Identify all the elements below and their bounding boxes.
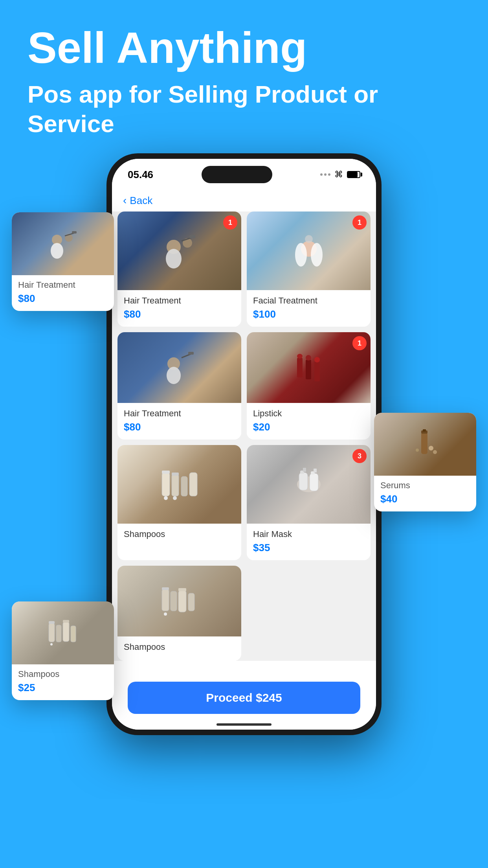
product-info-hairmask: Hair Mask $35 [247, 524, 371, 560]
phone-screen: 05.46 ⌘ ‹ Back [112, 159, 376, 730]
svg-rect-25 [189, 473, 197, 496]
svg-point-43 [51, 243, 63, 259]
battery-icon [347, 171, 360, 178]
badge-facial: 1 [352, 215, 367, 230]
badge-lipstick: 1 [352, 336, 367, 350]
floating-image-serums [374, 413, 476, 476]
product-card-shampoos-2[interactable]: Shampoos [117, 566, 241, 661]
product-name-lipstick: Lipstick [253, 408, 364, 419]
hero-section: Sell Anything Pos app for Selling Produc… [28, 24, 460, 138]
floating-card-name-shampoos: Shampoos [18, 669, 108, 679]
dot-3 [328, 173, 330, 176]
svg-rect-36 [162, 587, 169, 590]
svg-rect-15 [297, 354, 303, 359]
product-price-facial: $100 [253, 308, 364, 320]
product-price-lipstick: $20 [253, 421, 364, 433]
floating-card-serums[interactable]: Serums $40 [374, 413, 476, 511]
product-price-hairmask: $35 [253, 542, 364, 554]
floating-card-shampoos[interactable]: Shampoos $25 [12, 601, 114, 700]
signal-dots [320, 173, 330, 176]
floating-card-price-hair: $80 [18, 292, 108, 305]
svg-point-8 [311, 243, 323, 267]
status-time: 05.46 [128, 169, 153, 181]
svg-rect-24 [181, 476, 187, 496]
svg-rect-5 [189, 235, 195, 238]
product-image-lipstick: 1 [247, 332, 371, 403]
product-card-hair-treatment-2[interactable]: Hair Treatment $80 [117, 332, 241, 440]
svg-point-7 [295, 243, 307, 267]
product-info-hair-treatment-2: Hair Treatment $80 [117, 403, 241, 440]
dot-2 [324, 173, 327, 176]
svg-rect-32 [310, 473, 318, 491]
product-price-hair-treatment-1: $80 [124, 308, 235, 320]
wifi-icon: ⌘ [334, 169, 343, 180]
product-info-facial: Facial Treatment $100 [247, 290, 371, 327]
svg-rect-34 [314, 469, 317, 473]
product-name-hair-treatment-1: Hair Treatment [124, 296, 235, 306]
floating-card-info-serums: Serums $40 [374, 476, 476, 511]
svg-rect-31 [303, 468, 306, 472]
floating-card-name-hair: Hair Treatment [18, 280, 108, 290]
phone-frame: 05.46 ⌘ ‹ Back [106, 153, 382, 735]
product-image-facial: 1 [247, 211, 371, 290]
back-label: Back [130, 195, 152, 207]
product-image-hair-treatment-2 [117, 332, 241, 403]
svg-rect-54 [49, 621, 55, 624]
product-image-hairmask: 3 [247, 445, 371, 524]
product-name-hair-treatment-2: Hair Treatment [124, 408, 235, 419]
product-name-facial: Facial Treatment [253, 296, 364, 306]
product-name-hairmask: Hair Mask [253, 529, 364, 539]
floating-card-price-shampoos: $25 [18, 682, 108, 694]
product-card-lipstick[interactable]: 1 Lipstick $20 [247, 332, 371, 440]
battery-fill [348, 172, 358, 177]
product-info-shampoos-grid: Shampoos [117, 524, 241, 548]
products-grid: 1 [112, 211, 376, 661]
svg-rect-55 [56, 625, 61, 642]
floating-card-price-serums: $40 [380, 493, 470, 505]
svg-rect-35 [162, 589, 169, 611]
svg-point-9 [305, 235, 313, 243]
svg-rect-53 [49, 623, 55, 642]
facial-figure [247, 211, 371, 290]
product-card-facial[interactable]: 1 Facial Treatment $100 [247, 211, 371, 327]
badge-hairmask: 3 [352, 449, 367, 463]
svg-rect-57 [63, 620, 69, 623]
product-card-hair-treatment-1[interactable]: 1 [117, 211, 241, 327]
product-image-hair-treatment-1: 1 [117, 211, 241, 290]
floating-card-info-hair: Hair Treatment $80 [12, 275, 114, 311]
svg-rect-38 [178, 590, 186, 612]
floating-card-name-serums: Serums [380, 480, 470, 491]
svg-rect-46 [72, 231, 77, 234]
product-card-shampoos-grid[interactable]: Shampoos [117, 445, 241, 560]
svg-rect-18 [314, 362, 320, 381]
product-info-lipstick: Lipstick $20 [247, 403, 371, 440]
proceed-button[interactable]: Proceed $245 [128, 682, 360, 714]
svg-point-27 [173, 496, 177, 500]
dot-1 [320, 173, 323, 176]
svg-rect-14 [297, 358, 303, 377]
product-name-shampoos-grid: Shampoos [124, 529, 235, 539]
floating-card-info-shampoos: Shampoos $25 [12, 664, 114, 700]
product-card-hairmask[interactable]: 3 Hair Mask $35 [247, 445, 371, 560]
product-price-hair-treatment-2: $80 [124, 421, 235, 433]
back-button[interactable]: ‹ Back [112, 187, 376, 211]
svg-rect-47 [421, 432, 427, 454]
svg-point-59 [50, 643, 53, 645]
back-chevron-icon: ‹ [123, 194, 127, 207]
svg-rect-22 [172, 474, 179, 496]
floating-card-hair[interactable]: Hair Treatment $80 [12, 212, 114, 311]
svg-point-2 [166, 249, 182, 268]
svg-rect-23 [172, 473, 179, 476]
product-image-shampoos-2 [117, 566, 241, 636]
hero-subtitle: Pos app for Selling Product or Service [28, 80, 460, 138]
svg-rect-49 [423, 429, 426, 432]
svg-point-41 [164, 612, 167, 616]
svg-rect-13 [188, 352, 194, 355]
product-info-shampoos-2: Shampoos [117, 636, 241, 661]
svg-rect-56 [63, 622, 69, 642]
status-icons: ⌘ [320, 169, 360, 180]
svg-rect-40 [188, 593, 194, 611]
svg-rect-37 [171, 591, 177, 611]
status-bar: 05.46 ⌘ [112, 159, 376, 187]
svg-rect-20 [162, 473, 170, 496]
